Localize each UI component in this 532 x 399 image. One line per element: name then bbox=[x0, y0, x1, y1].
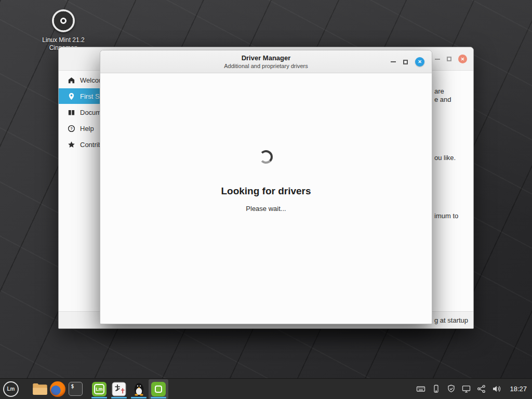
driver-manager-body: Looking for drivers Please wait... bbox=[100, 73, 432, 324]
icon-label-line1: Linux Mint 21.2 bbox=[35, 36, 92, 44]
window-button-xterm[interactable] bbox=[129, 379, 149, 399]
window-subtitle: Additional and proprietary drivers bbox=[100, 63, 432, 69]
star-icon bbox=[68, 141, 75, 149]
window-button-welcome[interactable]: Lm bbox=[89, 379, 109, 399]
taskbar-panel: Lm $ Lm bbox=[0, 378, 532, 399]
mint-welcome-icon: Lm bbox=[92, 382, 107, 396]
svg-text:?: ? bbox=[70, 126, 73, 131]
files-icon bbox=[32, 382, 48, 396]
help-icon: ? bbox=[68, 125, 75, 132]
window-list: Lm bbox=[89, 379, 168, 399]
window-button-driver-manager[interactable] bbox=[149, 379, 168, 399]
loading-spinner bbox=[259, 150, 273, 164]
terminal-icon: $ bbox=[69, 382, 83, 396]
window-active-indicator bbox=[131, 397, 147, 398]
disc-icon bbox=[52, 9, 75, 32]
input-method-icon bbox=[112, 382, 126, 396]
text-fragment: e and bbox=[434, 96, 451, 104]
tux-icon bbox=[132, 382, 145, 396]
close-icon[interactable]: ✕ bbox=[415, 57, 424, 66]
sidebar-item-label: Help bbox=[80, 125, 94, 132]
window-active-indicator bbox=[151, 397, 166, 398]
window-title: Driver Manager bbox=[100, 54, 432, 62]
window-active-indicator bbox=[91, 397, 107, 398]
minimize-icon[interactable] bbox=[391, 61, 396, 62]
home-icon bbox=[68, 76, 75, 84]
text-fragment: are bbox=[434, 87, 444, 96]
pin-icon bbox=[68, 92, 75, 100]
keyboard-icon[interactable] bbox=[416, 384, 425, 393]
status-heading: Looking for drivers bbox=[221, 185, 311, 197]
status-text: Please wait... bbox=[246, 205, 286, 212]
files-launcher[interactable] bbox=[31, 379, 49, 399]
window-button-input-method[interactable] bbox=[109, 379, 129, 399]
desktop-background: Linux Mint 21.2 Cinnamon ✕ Welcome First… bbox=[0, 0, 532, 399]
close-icon[interactable]: ✕ bbox=[458, 55, 467, 63]
phone-icon[interactable] bbox=[432, 384, 441, 393]
network-icon[interactable] bbox=[477, 384, 486, 393]
terminal-launcher[interactable]: $ bbox=[66, 379, 84, 399]
window-active-indicator bbox=[111, 397, 127, 398]
text-fragment: ou like. bbox=[434, 154, 456, 162]
driver-manager-window: Driver Manager Additional and proprietar… bbox=[100, 50, 432, 324]
mint-logo-glyph: Lm bbox=[94, 384, 104, 394]
display-icon[interactable] bbox=[462, 384, 471, 393]
minimize-icon[interactable] bbox=[435, 59, 440, 60]
maximize-icon[interactable] bbox=[447, 57, 451, 61]
book-icon bbox=[68, 109, 75, 116]
driver-manager-icon bbox=[151, 382, 166, 396]
mint-menu-label: Lm bbox=[7, 386, 15, 392]
firefox-launcher[interactable] bbox=[49, 379, 66, 399]
text-fragment: imum to bbox=[434, 212, 458, 220]
desktop-icon-linux-mint[interactable]: Linux Mint 21.2 Cinnamon bbox=[35, 9, 92, 52]
volume-icon[interactable] bbox=[492, 384, 501, 393]
mint-menu-icon[interactable]: Lm bbox=[3, 381, 19, 397]
startup-checkbox-label[interactable]: g at startup bbox=[434, 316, 468, 324]
maximize-icon[interactable] bbox=[403, 60, 408, 64]
system-tray: 18:27 bbox=[416, 384, 532, 393]
shield-icon[interactable] bbox=[447, 384, 456, 393]
firefox-icon bbox=[50, 381, 65, 397]
clock[interactable]: 18:27 bbox=[510, 385, 527, 393]
driver-manager-titlebar[interactable]: Driver Manager Additional and proprietar… bbox=[100, 50, 432, 73]
